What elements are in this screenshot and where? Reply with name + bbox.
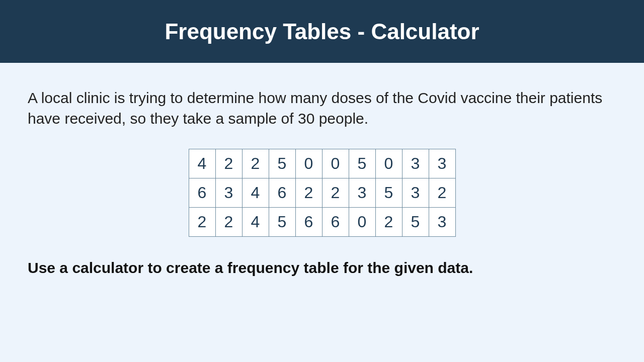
data-cell: 3 [349,178,375,208]
data-cell: 0 [295,149,322,178]
table-row: 4 2 2 5 0 0 5 0 3 3 [189,149,455,178]
content-area: A local clinic is trying to determine ho… [0,63,644,277]
data-cell: 2 [375,208,402,237]
data-cell: 5 [269,208,295,237]
data-cell: 4 [242,208,269,237]
data-cell: 3 [215,178,242,208]
data-cell: 4 [242,178,269,208]
data-cell: 3 [429,208,455,237]
data-cell: 2 [242,149,269,178]
data-cell: 3 [429,149,455,178]
instruction-text: Use a calculator to create a frequency t… [28,259,616,277]
data-cell: 2 [429,178,455,208]
data-cell: 4 [189,149,215,178]
page-title: Frequency Tables - Calculator [165,19,479,44]
data-cell: 0 [375,149,402,178]
data-cell: 2 [189,208,215,237]
data-table: 4 2 2 5 0 0 5 0 3 3 6 3 4 6 2 2 3 5 3 [189,149,456,237]
data-cell: 5 [375,178,402,208]
data-cell: 2 [215,208,242,237]
data-table-container: 4 2 2 5 0 0 5 0 3 3 6 3 4 6 2 2 3 5 3 [28,149,616,237]
data-cell: 2 [322,178,349,208]
data-cell: 0 [349,208,375,237]
table-row: 6 3 4 6 2 2 3 5 3 2 [189,178,455,208]
data-cell: 0 [322,149,349,178]
data-cell: 5 [349,149,375,178]
data-cell: 5 [402,208,429,237]
data-cell: 5 [269,149,295,178]
table-row: 2 2 4 5 6 6 0 2 5 3 [189,208,455,237]
data-cell: 2 [295,178,322,208]
data-cell: 6 [269,178,295,208]
data-cell: 6 [189,178,215,208]
data-cell: 6 [295,208,322,237]
data-cell: 3 [402,149,429,178]
data-cell: 2 [215,149,242,178]
data-cell: 6 [322,208,349,237]
page-header: Frequency Tables - Calculator [0,0,644,63]
data-cell: 3 [402,178,429,208]
problem-description: A local clinic is trying to determine ho… [28,88,616,129]
